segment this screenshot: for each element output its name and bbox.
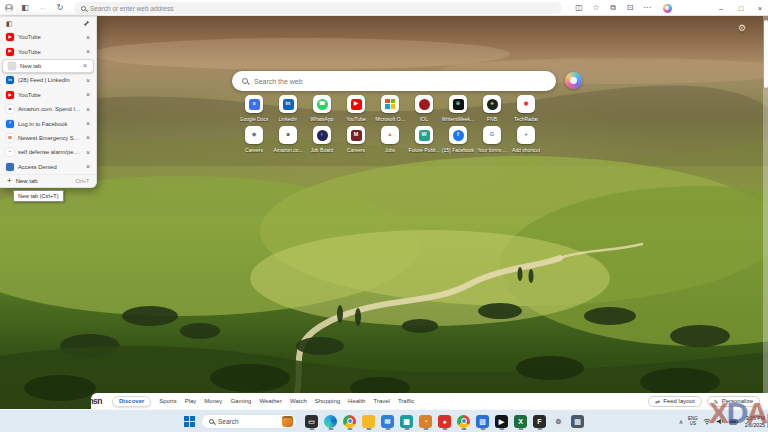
feed-tab[interactable]: Play (185, 398, 197, 404)
shortcut-tile[interactable]: + Add shortcut (509, 126, 543, 153)
taskbar-app[interactable]: ▭ (305, 414, 318, 430)
taskbar-app[interactable] (457, 414, 470, 430)
speaker-icon[interactable] (716, 418, 724, 425)
feed-tab[interactable]: Watch (290, 398, 307, 404)
shortcut-tile[interactable]: ◉ TechRadar (509, 95, 543, 122)
taskbar-app[interactable] (343, 414, 356, 430)
sidebar-tab[interactable]: in (28) Feed | LinkedIn × (0, 73, 96, 87)
shortcut-tile[interactable]: ※ WritersWeek... (441, 95, 475, 122)
sidebar-tab[interactable]: ~ self defense alarm/personal alar × (0, 145, 96, 159)
page-settings-gear-icon[interactable]: ⚙ (738, 23, 746, 33)
scrollbar-thumb[interactable] (764, 20, 768, 88)
taskbar-app[interactable]: ▦ (400, 414, 413, 430)
sidebar-tab[interactable]: ▶ YouTube × (0, 44, 96, 58)
scrollbar[interactable] (763, 16, 768, 393)
sidebar-tab[interactable]: New tab × (2, 59, 94, 73)
sidebar-tab[interactable]: M Newest Emergency Solar Hand C × (0, 131, 96, 145)
back-button[interactable]: ← (36, 0, 50, 16)
feed-tab[interactable]: Health (348, 398, 365, 404)
battery-icon[interactable] (729, 419, 738, 425)
feed-tab[interactable]: Discover (112, 396, 151, 407)
shortcut-tile[interactable]: f (15) Facebook (441, 126, 475, 153)
favorites-button[interactable]: ☆ (589, 0, 603, 16)
feed-tab[interactable]: Gaming (230, 398, 251, 404)
close-button[interactable]: × (753, 0, 767, 16)
collapse-pane-icon[interactable]: ◧ (6, 20, 13, 28)
shortcut-tile[interactable]: ≡ Google Docs (237, 95, 271, 122)
taskbar-app[interactable]: ▶ (495, 414, 508, 430)
taskbar-clock[interactable]: 3:36 PM 2/6/2025 (745, 415, 765, 427)
feed-layout-label: Feed layout (663, 398, 694, 404)
close-tab-icon[interactable]: × (85, 149, 91, 156)
new-tab-button[interactable]: + New tab Ctrl+T (0, 174, 96, 187)
browser-essentials-icon: ⊡ (627, 4, 634, 12)
feed-tab[interactable]: Weather (259, 398, 282, 404)
close-tab-icon[interactable]: × (85, 48, 91, 55)
close-tab-icon[interactable]: × (85, 91, 91, 98)
sidebar-tab[interactable]: ▶ YouTube × (0, 30, 96, 44)
web-search-bar[interactable]: Search the web (232, 71, 556, 91)
language-indicator[interactable]: ENG US (688, 417, 698, 427)
profile-button[interactable] (2, 0, 16, 16)
sidebar-tab[interactable]: a Amazon.com. Spend less. Smile × (0, 102, 96, 116)
feed-tab[interactable]: Shopping (315, 398, 340, 404)
taskbar-app[interactable]: ◔ (419, 414, 432, 430)
start-button[interactable] (184, 416, 195, 427)
feed-tab[interactable]: Traffic (398, 398, 414, 404)
shortcut-tile[interactable]: in LinkedIn (271, 95, 305, 122)
address-bar[interactable]: Search or enter web address (74, 2, 562, 14)
shortcut-tile[interactable]: ▶ YouTube (339, 95, 373, 122)
sidebar-tab[interactable]: ▶ YouTube × (0, 88, 96, 102)
hidden-icons-chevron[interactable]: ∧ (679, 418, 683, 425)
taskbar-app[interactable]: ✉ (381, 414, 394, 430)
taskbar-app[interactable]: ▧ (476, 414, 489, 430)
personalize-button[interactable]: ✎ Personalize (707, 396, 760, 407)
feed-tab[interactable]: Travel (373, 398, 389, 404)
shortcut-tile[interactable]: G Your forms ... (475, 126, 509, 153)
close-tab-icon[interactable]: × (85, 163, 91, 170)
copilot-search-button[interactable] (565, 72, 582, 89)
taskbar-app[interactable]: F (533, 414, 546, 430)
wifi-icon[interactable] (703, 418, 711, 425)
taskbar-app[interactable] (362, 414, 375, 430)
shortcut-tile[interactable]: a Amazon.co... (271, 126, 305, 153)
shortcut-tile[interactable]: ◐ Job Board (305, 126, 339, 153)
taskbar-app[interactable]: X (514, 414, 527, 430)
close-tab-icon[interactable]: × (85, 120, 91, 127)
close-tab-icon[interactable]: × (85, 134, 91, 141)
close-tab-icon[interactable]: × (85, 34, 91, 41)
shortcut-tile[interactable]: ▲ Jobs (373, 126, 407, 153)
close-tab-icon[interactable]: × (85, 77, 91, 84)
sidebar-tab[interactable]: f Log in to Facebook × (0, 116, 96, 130)
minimize-button[interactable]: – (714, 0, 728, 16)
close-tab-icon[interactable]: × (85, 106, 91, 113)
taskbar-app[interactable]: ⚙ (552, 414, 565, 430)
restore-button[interactable]: □ (734, 0, 748, 16)
shortcut-tile[interactable]: ☎ WhatsApp (305, 95, 339, 122)
pin-icon[interactable] (83, 20, 90, 27)
collections-button[interactable]: ⧉ (606, 0, 620, 16)
new-tab-page: ⚙ Search the web ≡ Google Docs in Linked… (0, 16, 768, 409)
tab-actions-button[interactable]: ◧ (18, 0, 32, 16)
taskbar-app[interactable]: ● (438, 414, 451, 430)
feed-layout-button[interactable]: ⇄ Feed layout (648, 396, 701, 407)
shortcut-tile[interactable]: W Future Publi... (407, 126, 441, 153)
sidebar-tab[interactable]: Access Denied × (0, 160, 96, 174)
taskbar-app[interactable]: ▤ (571, 414, 584, 430)
shortcut-tile[interactable]: M Careers (339, 126, 373, 153)
feed-tab[interactable]: Sports (159, 398, 176, 404)
browser-essentials-button[interactable]: ⊡ (623, 0, 637, 16)
tab-favicon (6, 163, 14, 171)
copilot-button[interactable] (660, 0, 674, 16)
more-menu-button[interactable]: ⋯ (640, 0, 654, 16)
shortcut-tile[interactable]: ◆ Careers (237, 126, 271, 153)
taskbar-search[interactable]: Search (201, 414, 297, 429)
shortcut-tile[interactable]: Microsoft O... (373, 95, 407, 122)
taskbar-app[interactable] (324, 414, 337, 430)
refresh-button[interactable]: ↻ (53, 0, 67, 16)
shortcut-tile[interactable]: ♣ FNB (475, 95, 509, 122)
feed-tab[interactable]: Money (204, 398, 222, 404)
split-screen-button[interactable]: ◫ (572, 0, 586, 16)
close-tab-icon[interactable]: × (82, 62, 88, 69)
shortcut-tile[interactable]: IOL (407, 95, 441, 122)
